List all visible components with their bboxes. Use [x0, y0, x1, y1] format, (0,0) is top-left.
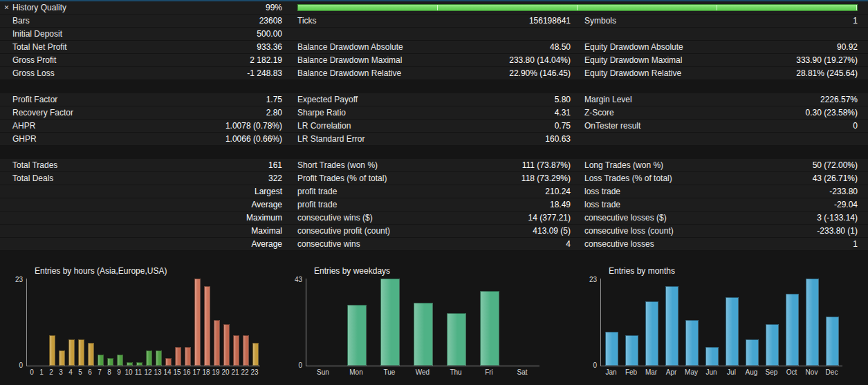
- stat-label: Sharpe Ratio: [297, 106, 346, 119]
- x-label: 0: [27, 368, 37, 376]
- y-axis-min-label: 0: [593, 361, 597, 369]
- bar-Jul: [726, 297, 739, 366]
- x-label: Wed: [406, 368, 439, 376]
- stat-label: Equity Drawdown Relative: [584, 67, 681, 79]
- stat-cell: Profit Factor1.75: [0, 93, 285, 106]
- stat-value: 118 (73.29%): [521, 172, 571, 185]
- stat-cell: profit trade18.49: [285, 198, 573, 211]
- x-label: 4: [66, 368, 75, 376]
- stat-cell: Short Trades (won %)111 (73.87%): [285, 159, 573, 171]
- history-quality-bar: [297, 4, 858, 11]
- stats-row: Maximalconsecutive profit (count)413.09 …: [0, 225, 868, 238]
- stat-value: 0: [853, 120, 858, 132]
- bar-slot: [373, 279, 407, 366]
- stat-cell: Average: [0, 238, 285, 250]
- stat-value: 48.50: [550, 41, 571, 53]
- stat-label: Bars: [12, 15, 30, 27]
- stat-value: 4: [566, 238, 571, 250]
- stat-label: Ticks: [297, 15, 317, 27]
- stat-cell: Total Trades161: [0, 159, 285, 171]
- stat-cell: consecutive losses ($)3 (-133.14): [573, 212, 868, 224]
- stat-label: Total Trades: [12, 159, 57, 171]
- chart-entries-by-months: Entries by months 23 0 JanFebMarAprMayJu…: [582, 266, 842, 376]
- bar-slot: [762, 279, 782, 366]
- stat-value: 0.30 (23.58%): [806, 106, 858, 119]
- bar-slot: [407, 279, 440, 366]
- stat-cell: Balance Drawdown Maximal233.80 (14.04%): [285, 54, 573, 66]
- stats-row: Total Net Profit933.36Balance Drawdown A…: [0, 41, 868, 54]
- bar-slot: [37, 279, 47, 366]
- stat-value: 2226.57%: [820, 93, 858, 106]
- bar-Fri: [480, 291, 499, 366]
- x-label: Mon: [340, 368, 373, 376]
- stat-cell: consecutive wins4: [285, 238, 573, 250]
- x-label: 9: [114, 368, 124, 376]
- stat-cell: [573, 28, 868, 40]
- bar-slot: [340, 279, 373, 366]
- spacer-row: [0, 146, 868, 159]
- stat-cell: Margin Level2226.57%: [573, 93, 868, 106]
- stat-cell: Average: [0, 198, 285, 211]
- x-label: 6: [85, 368, 95, 376]
- bar-Oct: [786, 294, 799, 366]
- stats-row: GHPR1.0066 (0.66%)LR Standard Error160.6…: [0, 133, 868, 146]
- bar-Wed: [414, 303, 433, 366]
- stat-label: OnTester result: [584, 120, 640, 132]
- stat-cell: Balance Drawdown Absolute48.50: [285, 41, 573, 53]
- stat-cell: [573, 133, 868, 145]
- x-label: 22: [240, 368, 250, 376]
- bar-slot: [642, 279, 662, 366]
- stats-row: Recovery Factor2.80Sharpe Ratio4.31Z-Sco…: [0, 106, 868, 120]
- stat-value: 5.80: [555, 93, 571, 106]
- stat-label: consecutive losses: [584, 238, 654, 250]
- stat-label: consecutive losses ($): [584, 212, 667, 224]
- stat-value: 413.09 (5): [533, 225, 571, 237]
- stat-value: 210.24: [545, 185, 571, 198]
- bar-slot: [192, 279, 202, 366]
- bar-slot: [183, 279, 192, 366]
- bar-6: [88, 343, 94, 366]
- stat-value: Average: [252, 198, 282, 211]
- bar-Dec: [826, 317, 839, 366]
- stat-cell: Profit Trades (% of total)118 (73.29%): [285, 172, 573, 185]
- bar-14: [165, 358, 172, 366]
- bar-Jun: [705, 347, 719, 366]
- stat-label: Initial Deposit: [12, 28, 62, 40]
- stat-value: 333.90 (19.27%): [796, 54, 858, 66]
- stats-row: Averageprofit trade18.49loss trade-29.04: [0, 198, 868, 212]
- stat-label: Total Deals: [12, 172, 53, 185]
- stat-cell: consecutive wins ($)14 (377.21): [285, 212, 573, 224]
- stat-cell: Symbols1: [573, 15, 868, 27]
- stat-cell: Maximum: [0, 212, 285, 224]
- stat-cell: consecutive loss (count)-233.80 (1): [573, 225, 868, 237]
- bar-7: [98, 355, 104, 366]
- stat-label: Balance Drawdown Maximal: [297, 54, 402, 66]
- bar-16: [185, 347, 191, 366]
- bar-slot: [57, 279, 66, 366]
- stats-row: Initial Deposit500.00: [0, 28, 868, 41]
- stat-cell: Balance Drawdown Relative22.90% (146.45): [285, 67, 573, 79]
- stat-value: 2 182.19: [250, 54, 282, 66]
- bar-slot: [28, 279, 37, 366]
- stat-cell: Long Trades (won %)50 (72.00%): [573, 159, 868, 171]
- x-label: Sat: [506, 368, 539, 376]
- bar-Tue: [380, 279, 400, 366]
- bar-slot: [822, 279, 842, 366]
- y-axis-max-label: 23: [589, 276, 597, 283]
- y-axis: 23 0: [582, 279, 600, 366]
- x-label: Fri: [472, 368, 506, 376]
- stat-label: Profit Trades (% of total): [297, 172, 387, 185]
- stat-value: Largest: [255, 185, 282, 198]
- chart-title: Entries by weekdays: [314, 266, 539, 276]
- bar-13: [156, 350, 162, 366]
- stat-cell: Gross Loss-1 248.83: [0, 67, 285, 79]
- bar-slot: [154, 279, 163, 366]
- close-icon[interactable]: ✕: [2, 3, 11, 12]
- stat-cell: Total Net Profit933.36: [0, 41, 285, 53]
- stat-label: History Quality: [12, 1, 66, 14]
- stat-label: consecutive loss (count): [584, 225, 674, 237]
- y-axis-max-label: 43: [295, 276, 302, 283]
- x-label: 16: [182, 368, 192, 376]
- x-label: 11: [133, 368, 143, 376]
- stat-value: 23608: [259, 15, 282, 27]
